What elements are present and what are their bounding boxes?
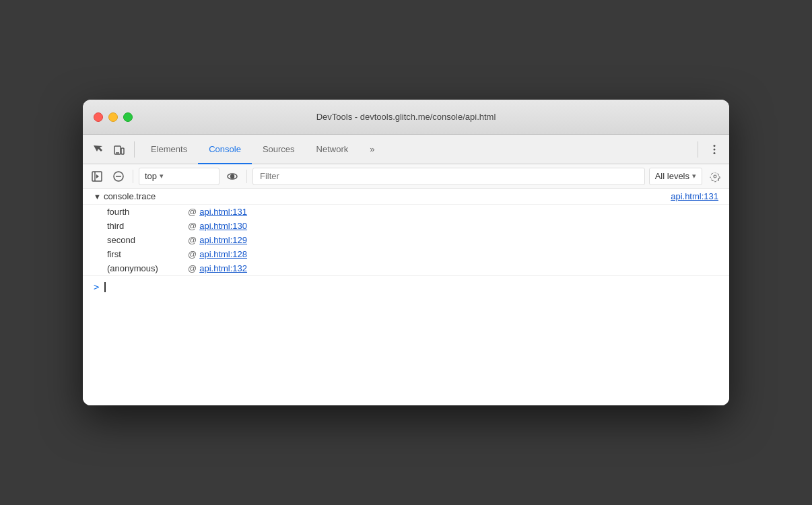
trace-header: ▼ console.trace api.html:131: [83, 189, 729, 205]
devtools-window: DevTools - devtools.glitch.me/console/ap…: [83, 100, 729, 405]
svg-point-4: [714, 148, 716, 150]
tab-elements[interactable]: Elements: [140, 135, 198, 164]
console-output: ▼ console.trace api.html:131 fourth @ ap…: [83, 189, 729, 405]
console-cursor[interactable]: [104, 282, 106, 292]
svg-rect-1: [121, 148, 124, 154]
trace-at-1: @: [188, 221, 197, 231]
tab-console[interactable]: Console: [198, 135, 252, 164]
settings-gear-icon[interactable]: [706, 168, 724, 185]
maximize-button[interactable]: [123, 112, 133, 122]
trace-row-3: first @ api.html:128: [83, 247, 729, 261]
trace-at-4: @: [188, 263, 197, 273]
main-toolbar: Elements Console Sources Network »: [83, 135, 729, 164]
trace-link-0[interactable]: api.html:131: [199, 207, 247, 217]
tab-sources[interactable]: Sources: [252, 135, 306, 164]
live-expressions-btn[interactable]: [224, 168, 241, 185]
filter-input[interactable]: [252, 168, 645, 185]
close-button[interactable]: [94, 112, 103, 122]
trace-row-1: third @ api.html:130: [83, 219, 729, 233]
trace-at-2: @: [188, 235, 197, 245]
titlebar: DevTools - devtools.glitch.me/console/ap…: [83, 100, 729, 135]
svg-point-5: [714, 152, 716, 154]
console-empty-space: [83, 298, 729, 405]
window-title: DevTools - devtools.glitch.me/console/ap…: [316, 112, 496, 122]
levels-dropdown[interactable]: All levels ▾: [649, 168, 702, 185]
svg-point-13: [232, 176, 233, 177]
device-toolbar-icon[interactable]: [110, 140, 129, 159]
console-prompt: >: [94, 281, 99, 292]
context-selector[interactable]: top ▾: [139, 168, 219, 185]
trace-fn-2: second: [107, 235, 188, 245]
toolbar-end-divider: [698, 141, 698, 158]
clear-console-btn[interactable]: [110, 168, 127, 185]
trace-fn-0: fourth: [107, 207, 188, 217]
trace-link-2[interactable]: api.html:129: [199, 235, 247, 245]
trace-header-link[interactable]: api.html:131: [671, 191, 718, 201]
trace-fn-1: third: [107, 221, 188, 231]
console-input-row: >: [83, 275, 729, 298]
trace-fn-3: first: [107, 249, 188, 259]
sidebar-toggle-btn[interactable]: [88, 168, 106, 185]
more-options-icon[interactable]: [705, 140, 724, 159]
trace-link-3[interactable]: api.html:128: [199, 249, 247, 259]
svg-point-3: [714, 145, 716, 147]
levels-arrow: ▾: [692, 172, 696, 180]
toolbar-divider-1: [134, 141, 135, 158]
console-divider-2: [246, 170, 247, 183]
console-divider-1: [133, 170, 133, 183]
minimize-button[interactable]: [108, 112, 118, 122]
context-arrow: ▾: [160, 172, 164, 180]
tab-network[interactable]: Network: [306, 135, 360, 164]
toolbar-end: [693, 140, 724, 159]
traffic-lights: [94, 112, 133, 122]
trace-at-3: @: [188, 249, 197, 259]
trace-row-4: (anonymous) @ api.html:132: [83, 261, 729, 275]
svg-marker-8: [96, 174, 99, 178]
trace-fn-4: (anonymous): [107, 263, 188, 273]
trace-row-2: second @ api.html:129: [83, 233, 729, 247]
tab-more[interactable]: »: [359, 135, 385, 164]
trace-at-0: @: [188, 207, 197, 217]
trace-row-0: fourth @ api.html:131: [83, 205, 729, 219]
trace-expand-arrow[interactable]: ▼: [94, 193, 101, 201]
trace-link-1[interactable]: api.html:130: [199, 221, 247, 231]
tabs-container: Elements Console Sources Network »: [140, 135, 691, 164]
trace-link-4[interactable]: api.html:132: [199, 263, 247, 273]
trace-label: console.trace: [104, 191, 156, 201]
inspect-element-icon[interactable]: [88, 140, 107, 159]
console-toolbar: top ▾ All levels ▾: [83, 164, 729, 189]
